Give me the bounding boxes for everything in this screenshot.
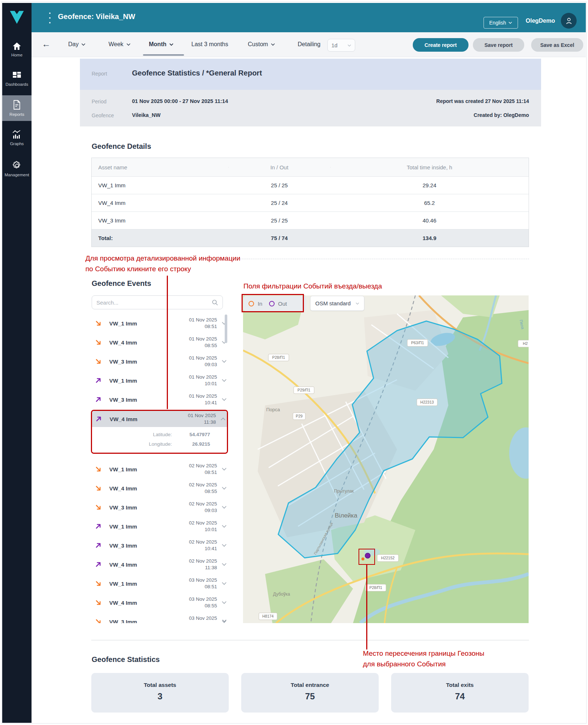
report-title: Geofence Statistics / *General Report [132, 69, 262, 77]
tab-label: Day [68, 41, 78, 48]
marker-in-point[interactable] [361, 557, 364, 560]
details-table: Asset name In / Out Total time inside, h… [91, 158, 529, 247]
chevron-down-icon[interactable] [221, 379, 227, 382]
sidebar-item-home[interactable]: Home [2, 37, 32, 62]
filter-in-radio[interactable] [249, 301, 254, 306]
chevron-down-icon[interactable] [221, 544, 227, 547]
chevron-down-icon[interactable] [221, 563, 227, 566]
sidebar-item-graphs[interactable]: Graphs [2, 125, 32, 150]
language-selector[interactable]: English [484, 17, 518, 29]
tab-label: Month [149, 41, 166, 48]
chevron-down-icon[interactable] [221, 487, 227, 490]
event-row[interactable]: VW_1 Imm 01 Nov 202510:01 [91, 371, 228, 390]
arrow-in-icon [95, 339, 102, 346]
chevron-up-icon[interactable] [220, 417, 225, 420]
report-label: Report [92, 71, 107, 77]
arrow-in-icon [95, 465, 102, 473]
event-details: Latitude:54.47977 Longitude:26.9215 [92, 427, 227, 453]
event-row[interactable]: VW_1 Imm 02 Nov 202508:51 [91, 460, 228, 479]
event-row[interactable]: VW_3 Imm 02 Nov 202509:03 [91, 498, 228, 517]
chevron-down-icon[interactable] [221, 582, 227, 585]
chevron-down-icon[interactable] [221, 398, 227, 401]
in-out-count: 25 / 24 [228, 200, 330, 206]
filter-out-radio[interactable] [269, 301, 275, 306]
event-row[interactable]: VW_1 Imm 02 Nov 202510:01 [91, 517, 228, 536]
table-row[interactable]: VW_3 Imm 25 / 25 40.46 [92, 211, 529, 229]
period-value: 01 Nov 2025 00:00 - 27 Nov 2025 11:14 [132, 98, 228, 104]
event-row[interactable]: VW_4 Imm 02 Nov 202511:38 [91, 555, 228, 574]
latitude-label: Latitude: [153, 430, 172, 439]
chevron-down-icon [271, 43, 275, 46]
filter-in-label[interactable]: In [258, 301, 262, 307]
event-row[interactable]: VW_4 Imm 03 Nov 202508:55 [91, 593, 228, 612]
tab-day[interactable]: Day [68, 41, 85, 48]
chevron-down-icon[interactable] [221, 360, 227, 363]
arrow-out-icon [95, 377, 102, 384]
event-row[interactable]: VW_4 Imm 01 Nov 202508:55 [91, 333, 228, 352]
sidebar-item-dashboards[interactable]: Dashboards [2, 67, 32, 91]
event-row[interactable]: VW_3 Imm 01 Nov 202509:03 [91, 352, 228, 371]
event-row[interactable]: VW_3 Imm 01 Nov 202510:41 [91, 390, 228, 409]
map-layer-select[interactable]: OSM standard [310, 296, 364, 311]
sidebar-item-label: Management [4, 173, 29, 177]
sidebar-item-management[interactable]: Management [2, 156, 32, 181]
report-title-band: Report Geofence Statistics / *General Re… [80, 59, 541, 90]
home-icon [12, 42, 21, 50]
active-tab-underline [143, 54, 184, 56]
geofence-value: Vileika_NW [132, 112, 161, 118]
logo-icon [7, 9, 27, 26]
map-canvas[interactable]: Р63/П1 Н2 Р28/П1 Р29/П1 Н22313 Р29 Н2215… [243, 295, 529, 623]
filter-out-label[interactable]: Out [278, 301, 287, 307]
chevron-down-icon[interactable] [221, 468, 227, 471]
event-row-selected[interactable]: VW_4 Imm 01 Nov 202511:38 Latitude:54.47… [91, 410, 228, 454]
tab-last-3-months[interactable]: Last 3 months [191, 41, 228, 48]
arrow-out-icon [95, 523, 102, 530]
menu-dots-icon[interactable] [47, 12, 53, 23]
table-row[interactable]: VW_4 Imm 25 / 24 65.2 [92, 194, 529, 211]
chevron-down-icon[interactable] [221, 525, 227, 528]
chevron-down-icon[interactable] [221, 601, 227, 604]
back-arrow-icon[interactable]: ← [42, 39, 51, 49]
tab-month[interactable]: Month [149, 41, 173, 48]
annotation-events-hint: Для просмотра детализированной информаци… [85, 253, 240, 274]
event-row-selected-header[interactable]: VW_4 Imm 01 Nov 202511:38 [92, 411, 227, 427]
event-row[interactable]: VW_3 Imm 02 Nov 202510:41 [91, 536, 228, 555]
period-label: Period [92, 99, 106, 104]
detailing-select[interactable]: 1d [327, 39, 355, 52]
chevron-down-icon[interactable] [221, 506, 227, 509]
table-row[interactable]: VW_1 Imm 25 / 25 29.24 [92, 176, 529, 194]
event-row[interactable]: VW_1 Imm 01 Nov 202508:51 [91, 314, 228, 333]
save-as-excel-button[interactable]: Save as Excel [531, 38, 583, 52]
detailing-label: Detailing [298, 41, 320, 48]
tab-label: Week [109, 41, 124, 48]
create-report-button[interactable]: Create report [413, 38, 468, 52]
search-input[interactable] [96, 299, 212, 306]
table-header-row: Asset name In / Out Total time inside, h [92, 158, 529, 176]
events-scrollbar-thumb[interactable] [225, 314, 227, 343]
stat-value: 3 [91, 691, 229, 702]
event-row[interactable]: VW_1 Imm 03 Nov 202508:51 [91, 574, 228, 593]
report-created-by: Created by: OlegDemo [474, 112, 529, 118]
arrow-out-icon [95, 396, 102, 403]
event-row[interactable]: VW_4 Imm 02 Nov 202508:55 [91, 479, 228, 498]
events-heading: Geofence Events [92, 279, 151, 288]
app-logo[interactable] [2, 3, 32, 32]
event-marker[interactable] [365, 553, 370, 558]
svg-text:Р29/П1: Р29/П1 [298, 388, 310, 392]
annotation-marker-hint: Место пересечения границы Геозоны для вы… [363, 648, 484, 669]
total-time: 40.46 [330, 217, 529, 224]
sidebar-item-reports[interactable]: Reports [2, 95, 32, 121]
arrow-out-icon [95, 561, 102, 568]
stats-heading: Geofence Statistics [92, 655, 160, 664]
event-filter-panel: In Out [243, 296, 306, 311]
svg-text:Р29: Р29 [296, 414, 303, 418]
annotation-line-events [167, 276, 168, 409]
event-row[interactable]: VW_3 Imm 03 Nov 202509:03 [91, 612, 228, 623]
save-report-button[interactable]: Save report [473, 38, 524, 52]
tab-custom[interactable]: Custom [248, 41, 275, 48]
stat-card-total-entrance: Total entrance 75 [241, 673, 379, 713]
tab-week[interactable]: Week [109, 41, 131, 48]
scroll-down-icon[interactable] [222, 617, 227, 624]
user-avatar[interactable] [561, 13, 577, 29]
sidebar-item-label: Home [11, 53, 23, 57]
